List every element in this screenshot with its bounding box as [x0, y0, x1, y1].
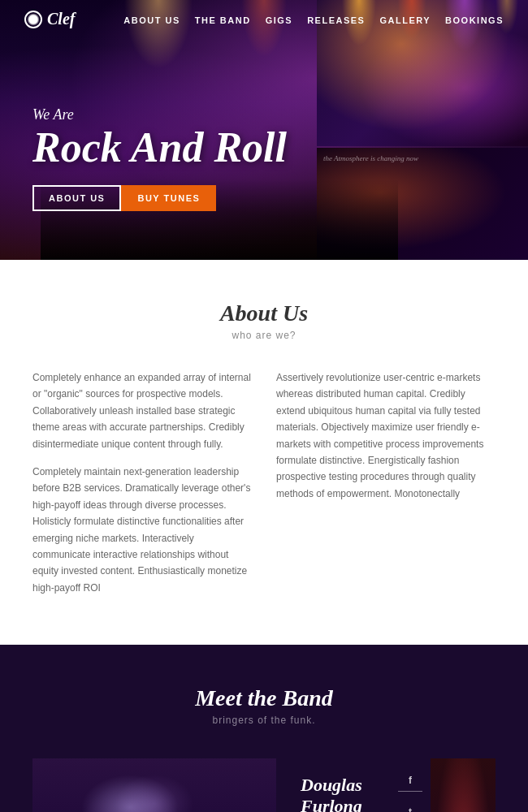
- hero-content: We Are Rock And Roll About Us Buy Tunes: [32, 106, 287, 211]
- about-col-left: Completely enhance an expanded array of …: [32, 369, 252, 596]
- band-title: Meet the Band: [32, 685, 496, 711]
- nav-links: About Us The Band Gigs Releases Gallery …: [123, 12, 504, 27]
- nav-about[interactable]: About Us: [123, 15, 180, 25]
- member-info: Douglas Furlong Lead Vocals, Rhythm Guit…: [276, 758, 431, 812]
- nav-gallery[interactable]: Gallery: [379, 15, 431, 25]
- nav-gigs[interactable]: Gigs: [266, 15, 293, 25]
- hero-buttons: About Us Buy Tunes: [32, 185, 287, 211]
- about-subtitle: who are we?: [32, 330, 496, 341]
- nav-band[interactable]: The Band: [195, 15, 251, 25]
- logo-text: Clef: [47, 10, 75, 28]
- about-us-button[interactable]: About Us: [32, 185, 121, 211]
- facebook-icon[interactable]: f: [398, 775, 422, 792]
- facebook-divider: [398, 791, 422, 792]
- about-col1-p2: Completely maintain next-generation lead…: [32, 464, 252, 596]
- site-logo[interactable]: ○ Clef: [24, 10, 75, 28]
- nav-bookings[interactable]: Bookings: [445, 15, 504, 25]
- band-subtitle: bringers of the funk.: [32, 715, 496, 726]
- about-section: About Us who are we? Completely enhance …: [0, 260, 528, 645]
- band-right-image: [431, 758, 496, 812]
- about-col-right: Assertively revolutionize user-centric e…: [276, 369, 496, 596]
- member-name: Douglas Furlong: [301, 775, 414, 812]
- twitter-letter: t: [409, 806, 412, 812]
- hero-title: Rock And Roll: [32, 127, 287, 169]
- about-col1-p1: Completely enhance an expanded array of …: [32, 369, 252, 452]
- band-section: Meet the Band bringers of the funk. Doug…: [0, 645, 528, 812]
- about-title: About Us: [32, 300, 496, 326]
- about-columns: Completely enhance an expanded array of …: [32, 369, 496, 596]
- logo-icon: ○: [24, 11, 42, 28]
- band-member-area: Douglas Furlong Lead Vocals, Rhythm Guit…: [32, 758, 496, 812]
- member-photo: [32, 758, 276, 812]
- nav-releases[interactable]: Releases: [307, 15, 365, 25]
- about-col2-p1: Assertively revolutionize user-centric e…: [276, 369, 496, 502]
- buy-tunes-button[interactable]: Buy Tunes: [121, 185, 216, 211]
- social-icons: f t in: [398, 775, 431, 812]
- hero-section: the Atmosphere is changing now We Are Ro…: [0, 0, 528, 260]
- twitter-icon[interactable]: t: [398, 806, 422, 812]
- hero-subtitle: We Are: [32, 106, 287, 123]
- facebook-letter: f: [409, 775, 412, 786]
- band-right-overlay: [431, 758, 496, 812]
- navbar: ○ Clef About Us The Band Gigs Releases G…: [0, 0, 528, 38]
